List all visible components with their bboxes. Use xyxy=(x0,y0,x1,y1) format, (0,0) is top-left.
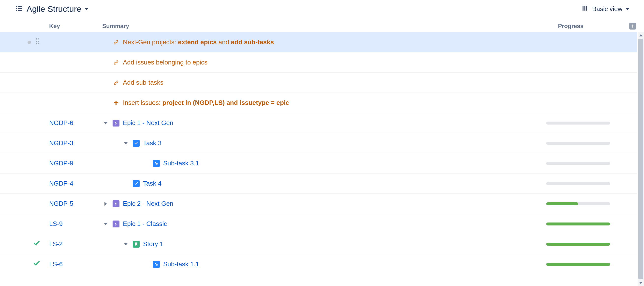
column-header-progress[interactable]: Progress xyxy=(553,23,629,30)
issue-row[interactable]: LS-2 Story 1 xyxy=(0,234,637,254)
column-header-key[interactable]: Key xyxy=(49,23,102,30)
vertical-scrollbar[interactable] xyxy=(638,32,644,286)
issue-summary-link[interactable]: Task 3 xyxy=(143,139,162,147)
issue-summary-link[interactable]: Epic 1 - Classic xyxy=(123,220,167,228)
generator-label: Next-Gen projects: extend epics and add … xyxy=(123,38,274,46)
issue-key-link[interactable]: NGDP-9 xyxy=(49,160,73,167)
epic-icon xyxy=(112,120,120,126)
subtask-icon xyxy=(153,261,160,268)
issue-key-link[interactable]: LS-6 xyxy=(49,260,63,268)
structure-name: Agile Structure xyxy=(26,4,81,14)
issue-key-link[interactable]: NGDP-5 xyxy=(49,200,73,207)
done-check-icon xyxy=(33,260,40,269)
issue-summary-link[interactable]: Sub-task 1.1 xyxy=(163,260,199,268)
epic-icon xyxy=(112,200,120,207)
extend-link-icon xyxy=(112,59,120,66)
scrollbar-down-arrow[interactable] xyxy=(638,279,644,286)
issue-key-link[interactable]: NGDP-6 xyxy=(49,119,73,126)
expand-toggle[interactable] xyxy=(102,200,109,207)
done-check-icon xyxy=(33,239,40,249)
scrollbar-thumb[interactable] xyxy=(638,39,643,279)
progress-bar xyxy=(546,243,610,246)
issue-row[interactable]: NGDP-4 Task 4 xyxy=(0,173,637,193)
structure-list-icon xyxy=(15,4,23,14)
progress-bar xyxy=(546,142,610,145)
drag-handle-icon[interactable] xyxy=(35,38,40,47)
issue-summary-link[interactable]: Epic 2 - Next Gen xyxy=(123,200,173,207)
issue-key-link[interactable]: LS-9 xyxy=(49,220,63,227)
progress-bar xyxy=(546,121,610,124)
issue-key-link[interactable]: LS-2 xyxy=(49,240,63,248)
chevron-down-icon xyxy=(626,6,629,12)
view-selector[interactable]: Basic view xyxy=(581,5,629,13)
task-icon xyxy=(133,180,140,187)
generator-label: Insert issues: project in (NGDP,LS) and … xyxy=(123,99,289,107)
task-icon xyxy=(133,140,140,147)
extend-link-icon xyxy=(112,39,120,46)
progress-bar xyxy=(546,222,610,225)
issue-row[interactable]: LS-9 Epic 1 - Classic xyxy=(0,214,637,234)
issue-summary-link[interactable]: Task 4 xyxy=(143,180,162,187)
scrollbar-up-arrow[interactable] xyxy=(638,32,644,38)
add-column-button[interactable]: + xyxy=(629,23,636,30)
column-header-row: Key Summary Progress + xyxy=(0,21,644,32)
generator-label: Add issues belonging to epics xyxy=(123,59,208,66)
issue-key-link[interactable]: NGDP-4 xyxy=(49,180,73,187)
structure-selector[interactable]: Agile Structure xyxy=(15,4,88,14)
generator-row[interactable]: Add sub-tasks xyxy=(0,72,637,93)
columns-icon xyxy=(581,5,589,13)
generator-row[interactable]: Insert issues: project in (NGDP,LS) and … xyxy=(0,93,637,113)
issue-row[interactable]: NGDP-3 Task 3 xyxy=(0,133,637,153)
story-icon xyxy=(133,241,140,248)
expand-toggle[interactable] xyxy=(122,241,129,248)
issue-summary-link[interactable]: Story 1 xyxy=(143,240,163,248)
epic-icon xyxy=(112,221,120,227)
issue-row[interactable]: NGDP-6 Epic 1 - Next Gen xyxy=(0,113,637,133)
issue-row[interactable]: NGDP-5 Epic 2 - Next Gen xyxy=(0,193,637,214)
expand-toggle[interactable] xyxy=(122,140,129,147)
subtask-icon xyxy=(153,160,160,167)
issue-summary-link[interactable]: Sub-task 3.1 xyxy=(163,160,199,167)
generator-label: Add sub-tasks xyxy=(123,79,164,86)
issue-row[interactable]: LS-6 Sub-task 1.1 xyxy=(0,254,637,274)
chevron-down-icon xyxy=(85,6,88,12)
row-bullet-icon xyxy=(28,41,31,44)
issue-summary-link[interactable]: Epic 1 - Next Gen xyxy=(123,119,173,127)
generator-row[interactable]: Next-Gen projects: extend epics and add … xyxy=(0,32,637,52)
issue-row[interactable]: NGDP-9 Sub-task 3.1 xyxy=(0,153,637,173)
plus-icon xyxy=(112,99,120,106)
progress-bar xyxy=(546,263,610,266)
extend-link-icon xyxy=(112,79,120,86)
expand-toggle[interactable] xyxy=(102,120,109,126)
progress-bar xyxy=(546,162,610,165)
progress-bar xyxy=(546,202,610,205)
column-header-summary[interactable]: Summary xyxy=(102,23,553,30)
view-name: Basic view xyxy=(592,5,622,13)
generator-row[interactable]: Add issues belonging to epics xyxy=(0,52,637,72)
progress-bar xyxy=(546,182,610,185)
expand-toggle[interactable] xyxy=(102,221,109,227)
issue-key-link[interactable]: NGDP-3 xyxy=(49,139,73,147)
